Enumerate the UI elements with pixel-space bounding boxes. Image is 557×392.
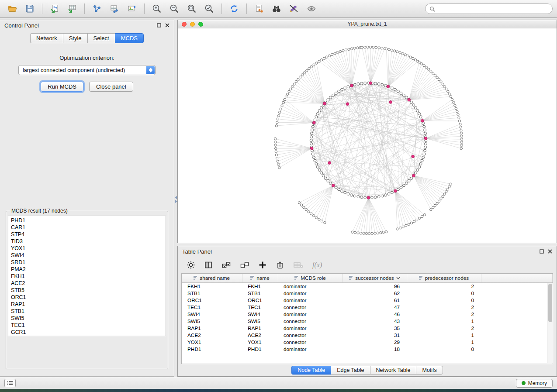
result-node-item[interactable]: SRD1 <box>11 259 166 266</box>
table-row[interactable]: ACE2ACE2connector311 <box>182 332 553 339</box>
toolbar-search[interactable] <box>425 3 553 14</box>
table-cell[interactable]: SWI4 <box>242 311 278 318</box>
table-cell[interactable]: ORC1 <box>242 297 278 304</box>
table-cell[interactable]: YOX1 <box>182 339 242 346</box>
close-panel-button[interactable]: Close panel <box>89 82 133 92</box>
table-scrollbar-thumb[interactable] <box>548 284 552 322</box>
table-cell[interactable]: 0 <box>407 290 481 297</box>
table-cell[interactable]: connector <box>278 332 343 339</box>
close-panel-icon[interactable] <box>548 249 552 254</box>
result-node-item[interactable]: STB5 <box>11 287 166 294</box>
result-node-item[interactable]: TEC1 <box>11 322 166 329</box>
run-mcds-button[interactable]: Run MCDS <box>41 82 83 92</box>
table-cell[interactable]: 0 <box>407 297 481 304</box>
result-node-item[interactable]: CAR1 <box>11 224 166 231</box>
float-window-icon[interactable] <box>157 23 161 28</box>
maximize-window-icon[interactable] <box>198 22 203 27</box>
select-all-rows-button[interactable] <box>221 261 231 269</box>
result-node-item[interactable]: TID3 <box>11 238 166 245</box>
table-cell[interactable]: FKH1 <box>182 282 242 290</box>
table-cell[interactable]: ORC1 <box>182 297 242 304</box>
table-cell[interactable]: 47 <box>343 304 407 311</box>
import-table-button[interactable] <box>64 2 80 15</box>
table-row[interactable]: SWI4SWI4dominator462 <box>182 311 553 318</box>
create-column-button[interactable] <box>258 261 267 269</box>
result-node-item[interactable]: PHD1 <box>11 217 166 224</box>
save-session-button[interactable] <box>22 2 38 15</box>
result-node-item[interactable]: SWI4 <box>11 252 166 259</box>
table-cell[interactable]: 2 <box>407 304 481 311</box>
result-node-item[interactable]: GCR1 <box>11 329 166 336</box>
table-cell[interactable]: 46 <box>343 311 407 318</box>
result-node-item[interactable]: STB1 <box>11 308 166 315</box>
table-cell[interactable]: TEC1 <box>242 304 278 311</box>
table-cell[interactable]: STB1 <box>182 290 242 297</box>
import-network-button[interactable] <box>47 2 62 15</box>
zoom-selected-button[interactable] <box>201 2 217 15</box>
column-header[interactable]: shared name <box>182 274 242 282</box>
close-window-icon[interactable] <box>182 22 187 27</box>
table-row[interactable]: YOX1YOX1connector291 <box>182 339 553 346</box>
table-cell[interactable]: connector <box>278 304 343 311</box>
visual-properties-button[interactable] <box>286 2 302 15</box>
deselect-all-rows-button[interactable] <box>240 261 249 269</box>
table-cell[interactable]: dominator <box>278 325 343 332</box>
table-cell[interactable]: 2 <box>407 282 481 290</box>
result-node-item[interactable]: SWI5 <box>11 315 166 322</box>
result-node-item[interactable]: YOX1 <box>11 245 166 252</box>
table-cell[interactable]: RAP1 <box>182 325 242 332</box>
table-cell[interactable]: connector <box>278 318 343 325</box>
table-cell[interactable]: YOX1 <box>242 339 278 346</box>
table-cell[interactable]: 61 <box>343 297 407 304</box>
tab-node-table[interactable]: Node Table <box>291 366 331 375</box>
table-cell[interactable]: 2 <box>407 325 481 332</box>
table-cell[interactable]: 1 <box>407 318 481 325</box>
column-header[interactable]: successor nodes <box>343 274 407 282</box>
float-window-icon[interactable] <box>540 249 544 254</box>
zoom-out-button[interactable] <box>166 2 182 15</box>
table-settings-button[interactable] <box>187 261 195 269</box>
tab-edge-table[interactable]: Edge Table <box>331 366 370 375</box>
tab-mcds[interactable]: MCDS <box>115 33 144 43</box>
table-cell[interactable]: 29 <box>343 339 407 346</box>
open-file-button[interactable] <box>4 2 20 15</box>
tab-network[interactable]: Network <box>30 33 63 43</box>
table-cell[interactable]: dominator <box>278 346 343 353</box>
table-cell[interactable]: ACE2 <box>182 332 242 339</box>
column-header[interactable]: predecessor nodes <box>407 274 481 282</box>
table-cell[interactable]: 43 <box>343 318 407 325</box>
table-cell[interactable]: 18 <box>343 346 407 353</box>
network-canvas[interactable] <box>178 28 557 243</box>
panel-splitter[interactable] <box>174 20 177 377</box>
table-cell[interactable]: SWI5 <box>242 318 278 325</box>
memory-button[interactable]: Memory <box>516 379 553 388</box>
column-header[interactable]: name <box>242 274 278 282</box>
zoom-in-button[interactable] <box>149 2 165 15</box>
export-network-button[interactable] <box>89 2 105 15</box>
table-cell[interactable]: RAP1 <box>242 325 278 332</box>
table-row[interactable]: FKH1FKH1dominator962 <box>182 282 553 290</box>
table-cell[interactable]: dominator <box>278 311 343 318</box>
table-cell[interactable]: PHD1 <box>182 346 242 353</box>
table-row[interactable]: RAP1RAP1dominator352 <box>182 325 553 332</box>
export-image-button[interactable] <box>124 2 140 15</box>
tab-style[interactable]: Style <box>63 33 87 43</box>
table-row[interactable]: TEC1TEC1connector472 <box>182 304 553 311</box>
table-row[interactable]: SWI5SWI5connector431 <box>182 318 553 325</box>
table-cell[interactable]: 96 <box>343 282 407 290</box>
table-row[interactable]: ORC1ORC1dominator610 <box>182 297 553 304</box>
result-node-item[interactable]: ORC1 <box>11 294 166 301</box>
tab-select[interactable]: Select <box>87 33 115 43</box>
column-header[interactable]: MCDS role <box>278 274 343 282</box>
table-cell[interactable]: TEC1 <box>182 304 242 311</box>
show-columns-button[interactable] <box>204 261 213 269</box>
search-network-button[interactable] <box>269 2 284 15</box>
zoom-fit-button[interactable] <box>184 2 200 15</box>
function-builder-button[interactable]: f(x) <box>312 261 322 269</box>
table-cell[interactable]: connector <box>278 339 343 346</box>
apply-layout-button[interactable] <box>226 2 242 15</box>
table-cell[interactable]: dominator <box>278 297 343 304</box>
table-cell[interactable]: PHD1 <box>242 346 278 353</box>
network-graph[interactable] <box>178 28 557 243</box>
search-input[interactable] <box>438 6 548 12</box>
